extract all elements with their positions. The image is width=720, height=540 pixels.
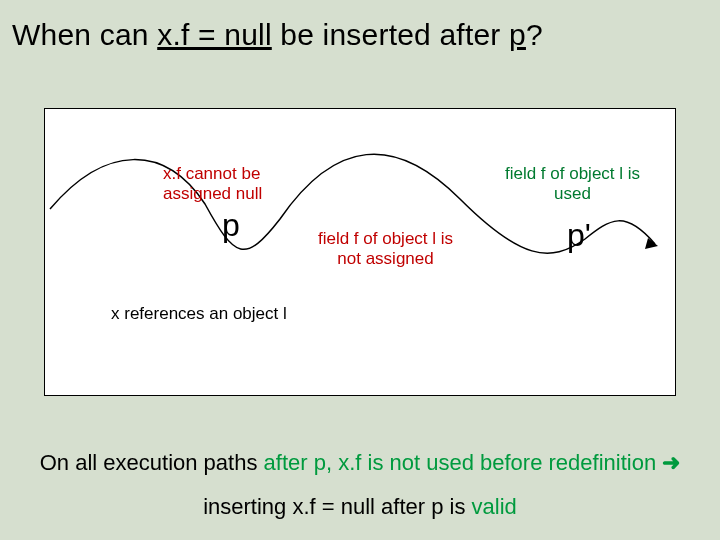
arrow-icon: ➜	[656, 450, 680, 475]
title-code: x.f = null	[157, 18, 272, 51]
conclusion-2-green: valid	[472, 494, 517, 519]
annotation-field-used: field f of object l is used	[495, 164, 650, 203]
title-mid: be inserted after	[272, 18, 509, 51]
slide-title: When can x.f = null be inserted after p?	[12, 18, 543, 52]
conclusion-1-pre: On all execution paths	[40, 450, 264, 475]
conclusion-2-pre: inserting x.f = null after p is	[203, 494, 471, 519]
label-p: p	[222, 207, 240, 244]
conclusion-line-2: inserting x.f = null after p is valid	[0, 494, 720, 520]
path-curve	[45, 109, 677, 309]
annotation-references: x references an object l	[111, 304, 287, 324]
annotation-not-assigned: field f of object l is not assigned	[313, 229, 458, 268]
title-pre: When can	[12, 18, 157, 51]
title-q: ?	[526, 18, 543, 51]
conclusion-1-green: after p, x.f is not used before redefini…	[264, 450, 657, 475]
label-p-prime: p'	[567, 217, 591, 254]
conclusion-line-1: On all execution paths after p, x.f is n…	[0, 450, 720, 476]
diagram-frame: x.f cannot be assigned null field f of o…	[44, 108, 676, 396]
title-p: p	[509, 18, 526, 51]
annotation-cannot-assign: x.f cannot be assigned null	[163, 164, 293, 203]
